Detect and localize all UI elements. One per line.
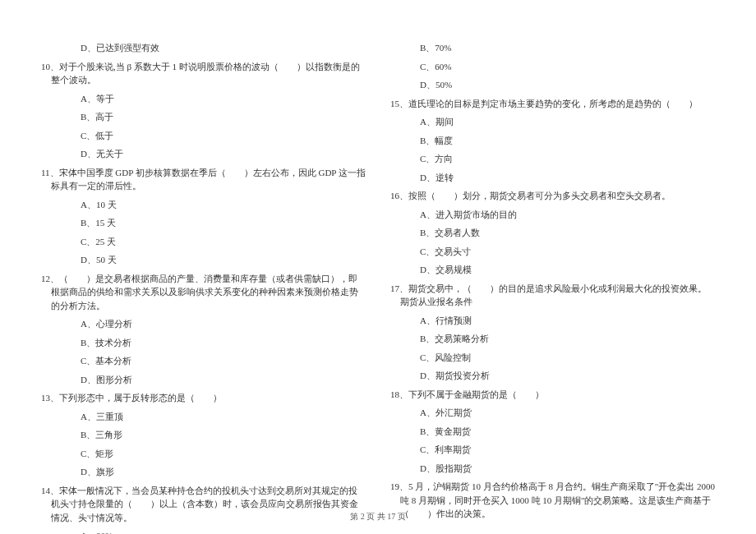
q12-option-a: A、心理分析 [41,317,366,331]
q13-option-c: C、矩形 [41,447,366,461]
q16-option-c: C、交易头寸 [390,245,715,259]
q18-option-d: D、股指期货 [390,462,715,476]
q16-option-d: D、交易规模 [390,263,715,277]
q17-option-b: B、交易策略分析 [390,332,715,346]
q11-option-a: A、10 天 [41,198,366,212]
question-17: 17、期货交易中，（ ）的目的是追求风险最小化或利润最大化的投资效果。期货从业报… [390,282,715,309]
question-13: 13、下列形态中，属于反转形态的是（ ） [41,391,366,405]
q11-option-d: D、50 天 [41,253,366,267]
left-column: D、已达到强型有效 10、对于个股来说,当 β 系数大于 1 时说明股票价格的波… [41,41,366,534]
q18-option-a: A、外汇期货 [390,406,715,420]
q18-option-c: C、利率期货 [390,443,715,457]
q14-option-a: A、80% [41,529,366,534]
question-16: 16、按照（ ）划分，期货交易者可分为多头交易者和空头交易者。 [390,189,715,203]
q17-option-a: A、行情预测 [390,314,715,328]
q14-option-d: D、50% [390,78,715,92]
q14-option-c: C、60% [390,60,715,74]
q16-option-a: A、进入期货市场的目的 [390,208,715,222]
right-column: B、70% C、60% D、50% 15、道氏理论的目标是判定市场主要趋势的变化… [390,41,715,534]
q18-option-b: B、黄金期货 [390,425,715,439]
q15-option-a: A、期间 [390,115,715,129]
q10-option-a: A、等于 [41,92,366,106]
q11-option-b: B、15 天 [41,216,366,230]
q12-option-b: B、技术分析 [41,336,366,350]
q11-option-c: C、25 天 [41,235,366,249]
q13-option-d: D、旗形 [41,465,366,479]
question-11: 11、宋体中国季度 GDP 初步核算数据在季后（ ）左右公布，因此 GDP 这一… [41,166,366,193]
question-15: 15、道氏理论的目标是判定市场主要趋势的变化，所考虑的是趋势的（ ） [390,97,715,111]
q13-option-a: A、三重顶 [41,410,366,424]
q15-option-c: C、方向 [390,152,715,166]
q15-option-b: B、幅度 [390,134,715,148]
q10-option-d: D、无关于 [41,147,366,161]
question-12: 12、（ ）是交易者根据商品的产量、消费量和库存量（或者供需缺口），即根据商品的… [41,272,366,313]
page-footer: 第 2 页 共 17 页 [0,510,756,522]
q10-option-b: B、高于 [41,110,366,124]
q12-option-d: D、图形分析 [41,373,366,387]
two-column-layout: D、已达到强型有效 10、对于个股来说,当 β 系数大于 1 时说明股票价格的波… [41,41,715,534]
q15-option-d: D、逆转 [390,171,715,185]
q12-option-c: C、基本分析 [41,354,366,368]
q13-option-b: B、三角形 [41,428,366,442]
q9-option-d: D、已达到强型有效 [41,41,366,55]
question-10: 10、对于个股来说,当 β 系数大于 1 时说明股票价格的波动（ ）以指数衡是的… [41,60,366,87]
q14-option-b: B、70% [390,41,715,55]
q17-option-c: C、风险控制 [390,351,715,365]
q10-option-c: C、低于 [41,129,366,143]
q17-option-d: D、期货投资分析 [390,369,715,383]
question-18: 18、下列不属于金融期货的是（ ） [390,388,715,402]
q16-option-b: B、交易者人数 [390,226,715,240]
